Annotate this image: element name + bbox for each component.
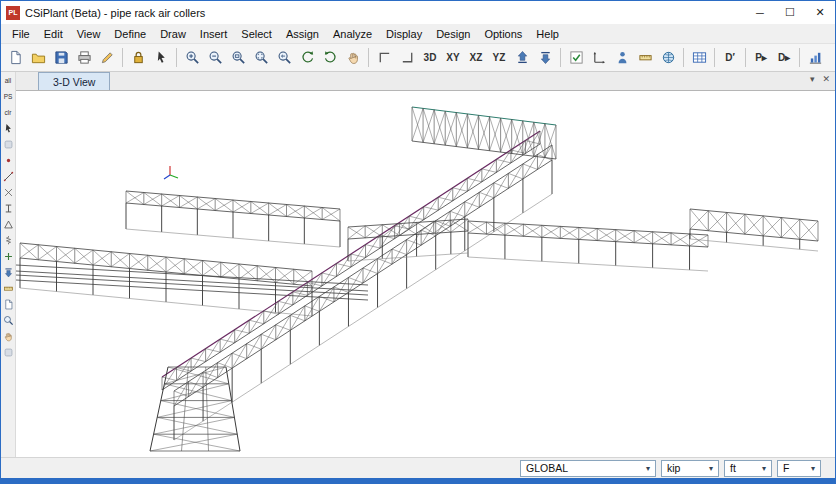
clear-selection-button[interactable]: clr <box>2 106 15 119</box>
window-title: CSiPlant (Beta) - pipe rack air collers <box>25 7 740 19</box>
snap-toggle-icon <box>569 50 584 65</box>
menu-define[interactable]: Define <box>107 26 153 42</box>
chevron-down-icon: ▾ <box>641 464 655 473</box>
assign-load-icon <box>3 267 14 278</box>
menu-options[interactable]: Options <box>477 26 529 42</box>
length-units-combo[interactable]: ft▾ <box>724 460 772 477</box>
menu-help[interactable]: Help <box>529 26 566 42</box>
pointer-tool-button[interactable] <box>2 122 15 135</box>
menu-design[interactable]: Design <box>429 26 477 42</box>
menu-bar: FileEditViewDefineDrawInsertSelectAssign… <box>1 24 835 44</box>
clear-selection-label: clr <box>5 109 12 116</box>
draw-section-button[interactable] <box>2 202 15 215</box>
globe-view-icon <box>661 50 676 65</box>
menu-insert[interactable]: Insert <box>193 26 235 42</box>
assign-load-button[interactable] <box>2 266 15 279</box>
zoom-in-icon <box>185 50 200 65</box>
pointer-tool-icon <box>3 123 14 134</box>
zoom-tool-button[interactable] <box>2 314 15 327</box>
move-view-up-icon <box>515 50 530 65</box>
properties-tool-button[interactable] <box>2 346 15 359</box>
app-window: PL CSiPlant (Beta) - pipe rack air colle… <box>0 0 836 484</box>
model-tower <box>150 367 240 451</box>
snap-toggle-button[interactable] <box>565 47 587 69</box>
open-file-icon <box>31 50 46 65</box>
select-pointer-button[interactable] <box>150 47 172 69</box>
rotate-view-right-button[interactable] <box>319 47 341 69</box>
lock-model-button[interactable] <box>127 47 149 69</box>
view-yz-button[interactable]: YZ <box>488 47 510 69</box>
tab-list-chevron-icon[interactable]: ▾ <box>810 74 815 84</box>
zoom-out-button[interactable] <box>204 47 226 69</box>
new-model-button[interactable] <box>4 47 26 69</box>
minimize-button[interactable]: ─ <box>745 1 775 24</box>
display-p-button[interactable]: P▸ <box>750 47 772 69</box>
measure-icon <box>638 50 653 65</box>
show-axes-button[interactable] <box>588 47 610 69</box>
move-view-down-icon <box>538 50 553 65</box>
toolbar-separator <box>560 48 561 67</box>
toolbar-separator <box>176 48 177 67</box>
coordinate-system-combo[interactable]: GLOBAL▾ <box>520 460 656 477</box>
menu-file[interactable]: File <box>5 26 37 42</box>
view-xz-button[interactable]: XZ <box>465 47 487 69</box>
zoom-extents-icon <box>254 50 269 65</box>
print-button[interactable] <box>73 47 95 69</box>
zoom-extents-button[interactable] <box>250 47 272 69</box>
insert-node-button[interactable] <box>2 250 15 263</box>
menu-display[interactable]: Display <box>379 26 429 42</box>
measure-tool-button[interactable] <box>2 282 15 295</box>
close-button[interactable]: ✕ <box>805 1 835 24</box>
assign-spring-button[interactable] <box>2 234 15 247</box>
menu-assign[interactable]: Assign <box>279 26 326 42</box>
insert-node-icon <box>3 251 14 262</box>
previous-selection-button[interactable]: PS <box>2 90 15 103</box>
reshape-tool-button[interactable] <box>2 138 15 151</box>
note-tool-button[interactable] <box>2 298 15 311</box>
view-3d-button[interactable]: 3D <box>419 47 441 69</box>
menu-draw[interactable]: Draw <box>153 26 193 42</box>
select-all-button[interactable]: all <box>2 74 15 87</box>
frame-limits-2-button[interactable] <box>396 47 418 69</box>
pan-view-button[interactable] <box>342 47 364 69</box>
temperature-units-combo[interactable]: F▾ <box>777 460 821 477</box>
move-view-down-button[interactable] <box>534 47 556 69</box>
tab-close-icon[interactable]: ✕ <box>822 74 830 84</box>
menu-edit[interactable]: Edit <box>37 26 70 42</box>
pan-tool-button[interactable] <box>2 330 15 343</box>
object-shrink-button[interactable] <box>611 47 633 69</box>
assign-support-button[interactable] <box>2 218 15 231</box>
toolbar-separator <box>368 48 369 67</box>
pan-view-icon <box>346 50 361 65</box>
show-tables-button[interactable] <box>688 47 710 69</box>
frame-limits-button[interactable] <box>373 47 395 69</box>
rotate-view-left-button[interactable] <box>296 47 318 69</box>
move-view-up-button[interactable] <box>511 47 533 69</box>
display-d-prime-button[interactable]: D′ <box>719 47 741 69</box>
globe-view-button[interactable] <box>657 47 679 69</box>
view-xy-button[interactable]: XY <box>442 47 464 69</box>
status-bar: GLOBAL▾kip▾ft▾F▾ <box>1 457 835 478</box>
draw-point-button[interactable] <box>2 154 15 167</box>
draw-frame-button[interactable] <box>2 170 15 183</box>
zoom-previous-button[interactable] <box>273 47 295 69</box>
save-file-button[interactable] <box>50 47 72 69</box>
zoom-in-button[interactable] <box>181 47 203 69</box>
quick-draw-brace-button[interactable] <box>2 186 15 199</box>
tab-3d-view[interactable]: 3-D View <box>38 72 110 90</box>
note-tool-icon <box>3 299 14 310</box>
menu-analyze[interactable]: Analyze <box>326 26 379 42</box>
draw-pencil-button[interactable] <box>96 47 118 69</box>
menu-select[interactable]: Select <box>234 26 279 42</box>
menu-view[interactable]: View <box>70 26 108 42</box>
open-file-button[interactable] <box>27 47 49 69</box>
design-results-button[interactable] <box>804 47 826 69</box>
model-canvas[interactable] <box>16 91 835 457</box>
model-segment-elevated-section <box>412 107 556 159</box>
maximize-button[interactable]: ☐ <box>775 1 805 24</box>
display-d-button[interactable]: D▸ <box>773 47 795 69</box>
force-units-combo[interactable]: kip▾ <box>661 460 719 477</box>
zoom-window-button[interactable] <box>227 47 249 69</box>
measure-button[interactable] <box>634 47 656 69</box>
main-area: 3-D View ▾ ✕ <box>16 72 835 457</box>
